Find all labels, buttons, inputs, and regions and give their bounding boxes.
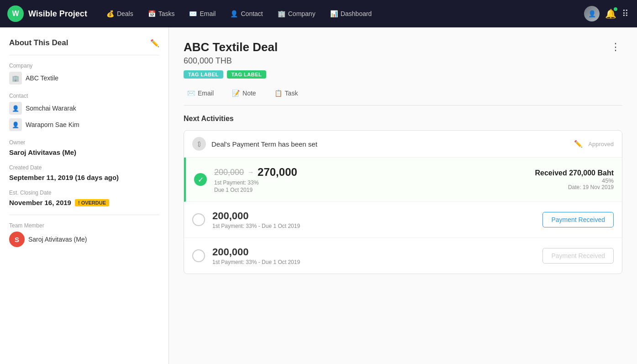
payment1-check-icon: ✓ xyxy=(194,173,207,186)
note-action-icon: 📝 xyxy=(232,90,240,97)
note-action-label: Note xyxy=(242,90,256,97)
payment3-right: Payment Received xyxy=(542,248,614,264)
closing-date-value: November 16, 2019 xyxy=(9,199,71,206)
activity-card-header: ₿ Deal's Payment Term has been set ✏️ Ap… xyxy=(184,131,622,158)
deal-tags: TAG LABEL TAG LABEL xyxy=(184,70,278,79)
apps-grid-button[interactable]: ⠿ xyxy=(622,8,630,19)
nav-item-company[interactable]: 🏢 Company xyxy=(271,6,322,21)
payment3-sub: 1st Payment: 33% - Due 1 Oct 2019 xyxy=(212,259,535,265)
activity-status: Approved xyxy=(588,141,614,148)
contact-label: Contact xyxy=(9,93,159,99)
contact-field: Contact 👤 Somchai Wararak 👤 Waraporn Sae… xyxy=(9,93,159,131)
contact1-icon: 👤 xyxy=(9,102,22,115)
nav-item-tasks[interactable]: 📅 Tasks xyxy=(142,6,181,21)
contact2-value: 👤 Waraporn Sae Kim xyxy=(9,118,159,131)
payment2-info: 200,000 1st Payment: 33% - Due 1 Oct 201… xyxy=(212,210,535,229)
nav-right-controls: 👤 🔔 ⠿ xyxy=(584,6,630,21)
contact-icon: 👤 xyxy=(230,10,238,17)
dashboard-icon: 📊 xyxy=(330,10,338,17)
payment1-arrow: → xyxy=(247,169,254,176)
about-deal-section: About This Deal ✏️ xyxy=(9,38,159,47)
payment2-circle[interactable] xyxy=(192,213,205,226)
top-navigation: W Wisible Project 💰 Deals 📅 Tasks ✉️ Ema… xyxy=(0,0,637,27)
company-value: 🏢 ABC Textile xyxy=(9,72,159,84)
payment-received-button-disabled: Payment Received xyxy=(542,248,614,264)
deal-more-options-button[interactable]: ⋮ xyxy=(609,40,622,54)
contact2-icon: 👤 xyxy=(9,118,22,131)
created-date-label: Created Date xyxy=(9,164,159,171)
payment-row-1: ✓ 200,000 → 270,000 1st Payment: 33% Due… xyxy=(184,158,622,202)
app-logo[interactable]: W Wisible Project xyxy=(7,5,87,22)
email-action-icon: ✉️ xyxy=(187,90,195,97)
deal-header: ABC Textile Deal 600,000 THB TAG LABEL T… xyxy=(184,40,622,79)
team-member-avatar: S xyxy=(9,232,25,247)
company-label: Company xyxy=(9,63,159,69)
action-bar: ✉️ Email 📝 Note 📋 Task xyxy=(184,88,622,106)
closing-date-label: Est. Closing Date xyxy=(9,190,159,196)
task-action-button[interactable]: 📋 Task xyxy=(271,88,302,99)
deals-icon: 💰 xyxy=(106,10,114,17)
payment1-right: Received 270,000 Baht 45% Date: 19 Nov 2… xyxy=(535,169,614,190)
tag1: TAG LABEL xyxy=(184,70,223,79)
contact2-name: Waraporn Sae Kim xyxy=(26,121,79,128)
company-icon: 🏢 xyxy=(278,10,285,17)
deal-amount: 600,000 THB xyxy=(184,56,278,66)
tasks-icon: 📅 xyxy=(148,10,156,17)
payment1-amount-row: 200,000 → 270,000 xyxy=(214,166,527,179)
divider2 xyxy=(9,215,159,215)
contact1-name: Somchai Wararak xyxy=(26,105,76,112)
payment1-old-amount: 200,000 xyxy=(214,168,244,177)
contact1-value: 👤 Somchai Wararak xyxy=(9,102,159,115)
sidebar-section-heading: About This Deal xyxy=(9,38,68,47)
payment-row-2: 200,000 1st Payment: 33% - Due 1 Oct 201… xyxy=(184,202,622,238)
task-action-label: Task xyxy=(285,90,298,97)
notifications-button[interactable]: 🔔 xyxy=(605,8,616,19)
owner-label: Owner xyxy=(9,139,159,146)
company-field: Company 🏢 ABC Textile xyxy=(9,63,159,84)
sidebar: About This Deal ✏️ Company 🏢 ABC Textile… xyxy=(0,27,169,364)
task-action-icon: 📋 xyxy=(274,90,282,97)
deal-title-section: ABC Textile Deal 600,000 THB TAG LABEL T… xyxy=(184,40,278,79)
payment2-sub: 1st Payment: 33% - Due 1 Oct 2019 xyxy=(212,223,535,229)
payment2-amount: 200,000 xyxy=(212,210,535,222)
company-name: ABC Textile xyxy=(26,74,58,82)
overdue-badge: ! OVERDUE xyxy=(75,199,109,206)
nav-item-deals[interactable]: 💰 Deals xyxy=(100,6,140,21)
activity-edit-button[interactable]: ✏️ xyxy=(574,140,583,148)
payment-received-button-active[interactable]: Payment Received xyxy=(542,212,614,227)
app-name: Wisible Project xyxy=(28,9,87,19)
nav-item-email[interactable]: ✉️ Email xyxy=(183,6,222,21)
user-avatar[interactable]: 👤 xyxy=(584,6,600,21)
main-layout: About This Deal ✏️ Company 🏢 ABC Textile… xyxy=(0,27,637,364)
edit-deal-button[interactable]: ✏️ xyxy=(150,39,159,47)
logo-icon: W xyxy=(7,5,24,22)
email-action-button[interactable]: ✉️ Email xyxy=(184,88,217,99)
payment2-right: Payment Received xyxy=(542,212,614,227)
activity-card: ₿ Deal's Payment Term has been set ✏️ Ap… xyxy=(184,130,622,274)
team-field: Team Member S Saroj Ativitavas (Me) xyxy=(9,222,159,247)
email-action-label: Email xyxy=(198,90,214,97)
nav-item-dashboard[interactable]: 📊 Dashboard xyxy=(324,6,379,21)
activity-header-icon: ₿ xyxy=(192,137,206,151)
notification-badge xyxy=(613,6,618,12)
next-activities-title: Next Activities xyxy=(184,115,622,123)
payment1-sub2: Due 1 Oct 2019 xyxy=(214,187,527,193)
email-icon: ✉️ xyxy=(189,10,197,17)
main-content: ABC Textile Deal 600,000 THB TAG LABEL T… xyxy=(169,27,637,364)
nav-item-contact[interactable]: 👤 Contact xyxy=(224,6,269,21)
divider xyxy=(9,55,159,55)
activity-header-title: Deal's Payment Term has been set xyxy=(211,140,569,148)
owner-name: Saroj Ativitavas (Me) xyxy=(9,148,159,156)
payment3-amount: 200,000 xyxy=(212,246,535,258)
created-date-field: Created Date September 11, 2019 (16 days… xyxy=(9,164,159,181)
payment3-circle[interactable] xyxy=(192,249,205,262)
team-label: Team Member xyxy=(9,222,159,229)
team-member-value: S Saroj Ativitavas (Me) xyxy=(9,232,159,247)
payment1-date: Date: 19 Nov 2019 xyxy=(535,184,614,190)
team-member-name: Saroj Ativitavas (Me) xyxy=(28,236,87,243)
payment1-received-label: Received 270,000 Baht xyxy=(535,169,614,177)
note-action-button[interactable]: 📝 Note xyxy=(228,88,260,99)
payment1-percent: 45% xyxy=(535,177,614,184)
closing-date-field: Est. Closing Date November 16, 2019 ! OV… xyxy=(9,190,159,206)
deal-title: ABC Textile Deal xyxy=(184,40,278,54)
